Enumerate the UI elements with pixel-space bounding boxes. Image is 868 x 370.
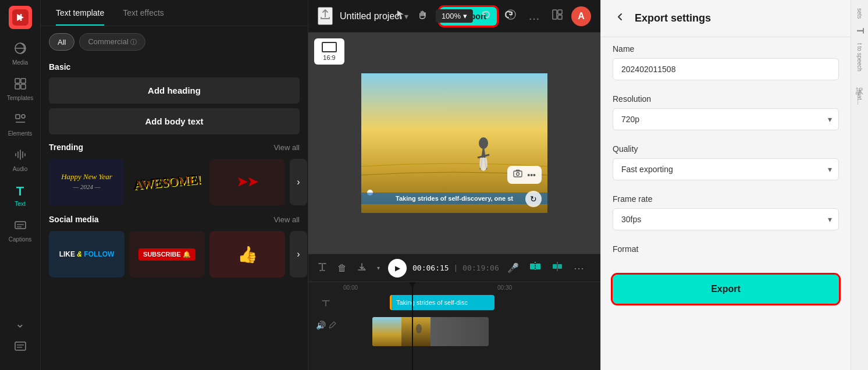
text-clip[interactable]: Taking strides of self-disc — [390, 295, 495, 310]
template-arrow[interactable]: ➤➤ — [209, 159, 285, 205]
quality-label: Quality — [613, 144, 839, 154]
sidebar-item-label: Templates — [7, 95, 34, 101]
captions-icon — [14, 219, 27, 234]
subtitles-icon — [14, 340, 27, 354]
playhead-head — [409, 282, 416, 288]
section-basic-title: Basic — [41, 58, 308, 75]
svg-rect-29 — [553, 264, 557, 269]
collapsed-format[interactable]: mat... — [855, 87, 864, 108]
download-chevron-icon[interactable]: ▾ — [375, 262, 382, 273]
sidebar-item-elements[interactable]: Elements — [3, 108, 38, 141]
filter-row: All Commercial ⓘ — [41, 26, 308, 58]
playhead — [412, 282, 413, 370]
timeline-area: 🗑 ▾ ▶ 00:06:15 | 00:19:06 🎤 — [308, 254, 600, 370]
ruler-mark-30: 00:30 — [497, 284, 512, 291]
elements-icon — [14, 113, 27, 129]
add-body-btn[interactable]: Add body text — [49, 108, 300, 134]
template-happy-new-year[interactable]: Happy New Year— 2024 — — [49, 159, 124, 205]
trending-view-all[interactable]: View all — [273, 143, 300, 152]
right-collapsed-panel: sets T t to speech 訳 mat... — [851, 0, 868, 370]
video-clip[interactable] — [372, 317, 489, 346]
download-arrow-icon[interactable] — [355, 260, 369, 276]
delete-icon[interactable]: 🗑 — [335, 261, 349, 276]
video-overlay-controls: ••• — [507, 166, 542, 184]
upload-btn[interactable] — [318, 7, 333, 25]
sidebar-item-media[interactable]: Media — [3, 37, 38, 70]
panel-tabs: Text template Text effects — [41, 0, 308, 26]
quality-select-wrapper: Fast exporting ▾ — [613, 158, 839, 180]
name-input[interactable] — [613, 58, 839, 80]
edit-icon[interactable] — [328, 321, 336, 329]
volume-icon[interactable]: 🔊 — [316, 321, 326, 330]
hand-tool-btn[interactable] — [414, 6, 431, 26]
tab-text-effects[interactable]: Text effects — [113, 0, 173, 26]
undo-btn[interactable] — [478, 6, 495, 26]
video-track-icons: 🔊 — [308, 316, 343, 330]
quality-select[interactable]: Fast exporting — [613, 158, 839, 180]
sidebar-item-text[interactable]: T Text — [3, 179, 38, 212]
filter-all-btn[interactable]: All — [49, 33, 74, 51]
frame-rate-label: Frame rate — [613, 194, 839, 204]
collapsed-sets[interactable]: sets — [855, 5, 864, 22]
back-button[interactable] — [613, 9, 628, 27]
svg-rect-14 — [15, 342, 26, 350]
more-options-btn[interactable]: … — [525, 6, 543, 26]
zoom-control[interactable]: 100% ▾ — [436, 9, 473, 23]
more-timeline-icon[interactable]: ⋯ — [571, 259, 586, 277]
trending-scroll-right[interactable]: › — [290, 159, 307, 205]
video-more-btn[interactable]: ••• — [527, 169, 536, 180]
social-scroll-right[interactable]: › — [290, 231, 307, 278]
svg-point-23 — [479, 137, 488, 149]
track-area: 00:00 00:30 Taking strides of self-disc — [308, 282, 600, 370]
resolution-select[interactable]: 720p — [613, 108, 839, 130]
sidebar-item-subtitles[interactable] — [3, 335, 38, 358]
play-button[interactable]: ▶ — [388, 259, 407, 278]
sidebar-item-more[interactable]: ⌄ — [3, 312, 38, 335]
video-screenshot-btn[interactable] — [513, 169, 522, 180]
split-icon[interactable] — [527, 258, 543, 278]
collapsed-translate[interactable]: 訳 — [853, 77, 866, 84]
svg-rect-32 — [372, 317, 401, 346]
sidebar: Media Templates Elements A — [0, 0, 41, 370]
sidebar-item-templates[interactable]: Templates — [3, 73, 38, 106]
social-like-follow[interactable]: LIKE & FOLLOW — [49, 231, 124, 278]
social-section-header: Social media View all — [41, 209, 308, 227]
refresh-btn[interactable]: ↻ — [525, 191, 542, 207]
tab-text-template[interactable]: Text template — [47, 0, 113, 26]
filter-commercial-btn[interactable]: Commercial ⓘ — [79, 33, 145, 51]
sidebar-item-captions[interactable]: Captions — [3, 214, 38, 247]
collapsed-speech[interactable]: t to speech — [855, 40, 864, 75]
social-view-all[interactable]: View all — [273, 215, 300, 224]
aspect-ratio-selector[interactable]: 16:9 — [314, 38, 344, 65]
video-track-content — [343, 316, 600, 347]
redo-btn[interactable] — [500, 6, 517, 26]
template-awesome[interactable]: AWESOME! — [129, 159, 205, 205]
export-button-bottom[interactable]: Export — [613, 275, 839, 304]
video-thumb-2 — [401, 317, 431, 346]
layout-btn[interactable] — [548, 5, 567, 27]
quality-field: Quality Fast exporting ▾ — [601, 137, 851, 187]
video-track-row: 🔊 — [308, 314, 600, 350]
social-thumbs-up[interactable]: 👍 — [209, 231, 285, 278]
svg-point-34 — [416, 324, 422, 333]
svg-point-9 — [22, 115, 25, 118]
svg-rect-19 — [553, 10, 557, 19]
text-cursor-icon[interactable] — [315, 259, 329, 278]
collapsed-text-icon[interactable]: T — [853, 24, 866, 37]
svg-rect-20 — [558, 10, 562, 14]
svg-rect-4 — [15, 79, 20, 83]
svg-rect-11 — [15, 222, 26, 229]
align-icon[interactable] — [549, 258, 565, 278]
resolution-label: Resolution — [613, 94, 839, 104]
trending-templates-grid: Happy New Year— 2024 — AWESOME! ➤➤ › — [41, 155, 308, 209]
pointer-tool-btn[interactable] — [392, 6, 409, 26]
user-avatar[interactable]: A — [571, 6, 591, 26]
svg-rect-24 — [514, 171, 522, 177]
export-title: Export settings — [635, 12, 711, 24]
mic-icon[interactable]: 🎤 — [505, 260, 521, 276]
social-subscribe[interactable]: SUBSCRIBE 🔔 — [129, 231, 205, 278]
frame-rate-select[interactable]: 30fps — [613, 208, 839, 230]
sidebar-item-audio[interactable]: Audio — [3, 144, 38, 177]
add-heading-btn[interactable]: Add heading — [49, 77, 300, 104]
templates-icon — [14, 77, 27, 93]
